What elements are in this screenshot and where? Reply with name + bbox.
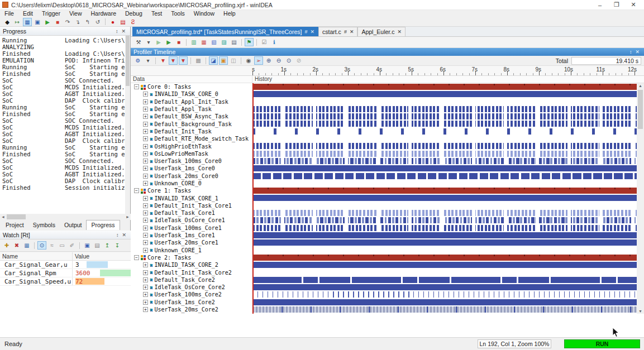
panel-tab-progress[interactable]: Progress (86, 220, 120, 230)
task-row[interactable]: +✖OsLowPrioMemTask (131, 150, 637, 157)
task-row[interactable]: +✖Unknown_CORE_0 (131, 180, 637, 187)
task-row[interactable]: +✖INVALID_TASK_CORE_0 (131, 90, 637, 98)
progress-log-row[interactable]: SoCMCDS Initialized. (2, 84, 126, 90)
expand-box-icon[interactable]: + (143, 248, 148, 253)
progress-log-row[interactable]: EMULATIONPOD: Infineon TriC (2, 57, 126, 64)
zoom-all-icon[interactable]: ⊘ (294, 56, 303, 65)
timeline-icon[interactable]: ▣ (219, 56, 228, 65)
watch-name-column-header[interactable]: Name (0, 252, 73, 260)
profiler-close-icon[interactable]: ✕ (633, 49, 641, 55)
delete-expression-icon[interactable]: ✖ (12, 241, 21, 250)
progress-log-row[interactable]: SoCSOC Connected. (2, 77, 126, 84)
menu-item-view[interactable]: View (65, 10, 87, 17)
step-out-icon[interactable]: ↰ (83, 18, 92, 26)
watch-row[interactable]: Car_Signal_Rpm3600 (0, 269, 131, 277)
pin-icon[interactable]: # (304, 29, 307, 35)
progress-log-row[interactable]: SoCDAP Clock calibra (2, 178, 126, 184)
dropdown-icon[interactable]: ▾ (144, 38, 153, 46)
settings-icon[interactable]: ⚙ (133, 56, 142, 65)
task-row[interactable]: +✖UserTask_1ms_Core0 (131, 165, 637, 172)
progress-log-row[interactable]: FinishedSoC Starting er (2, 111, 126, 117)
menu-item-tools[interactable]: Tools (166, 10, 189, 17)
task-row[interactable]: +✖UserTask_100ms_Core2 (131, 291, 637, 298)
load-symbols-icon[interactable]: ▣ (33, 18, 42, 26)
pin-icon[interactable]: # (344, 29, 347, 35)
progress-vertical-scrollbar[interactable] (125, 36, 130, 214)
run-icon[interactable]: ▶ (43, 18, 52, 26)
download-icon[interactable]: ▦ (23, 18, 32, 26)
run-trace-icon[interactable]: ▶ (164, 38, 173, 46)
task-row[interactable]: +✖UserTask_1ms_Core1 (131, 232, 637, 239)
panel-tab-output[interactable]: Output (60, 220, 87, 230)
view-grid1-icon[interactable]: ▥ (189, 38, 198, 46)
task-row[interactable]: +✖UserTask_20ms_Core1 (131, 239, 637, 246)
load-icon[interactable]: ▤ (93, 241, 102, 250)
watch-row[interactable]: Car_Signal_Gear,u3 (0, 261, 131, 269)
expand-box-icon[interactable]: + (143, 166, 148, 171)
progress-log-row[interactable]: FinishedLoading C:\Users\ (2, 50, 126, 57)
progress-horizontal-scrollbar[interactable]: ◄ ► (0, 214, 131, 220)
progress-log-row[interactable]: SoCMCDS Initialized. (2, 164, 126, 171)
expand-box-icon[interactable]: + (143, 151, 148, 156)
profiler-icon[interactable]: Ƨ (128, 18, 137, 26)
configure-icon[interactable]: ⚒ (134, 38, 143, 46)
expand-box-icon[interactable]: + (143, 277, 148, 282)
expand-box-icon[interactable]: + (143, 136, 148, 141)
grid-view-icon[interactable]: ▦ (22, 241, 31, 250)
expand-box-icon[interactable]: + (143, 307, 148, 312)
task-row[interactable]: +✖IdleTask_OsCore_Core1 (131, 217, 637, 224)
add-expression-icon[interactable]: ✚ (2, 241, 11, 250)
progress-close-icon[interactable]: ✕ (120, 28, 127, 34)
menu-item-help[interactable]: Help (219, 10, 240, 17)
expand-box-icon[interactable]: + (143, 92, 148, 97)
expand-box-icon[interactable]: + (143, 99, 148, 104)
clear-icon[interactable]: ✐ (68, 241, 77, 250)
task-row[interactable]: +✖Default_RTE_Mode_switch_Task (131, 135, 637, 142)
task-row[interactable]: +✖Default_Background_Task (131, 120, 637, 127)
link-doc-icon[interactable]: ▩ (194, 56, 203, 65)
scroll-down-icon[interactable]: ▼ (637, 309, 644, 313)
check-doc-icon[interactable]: ☑ (260, 38, 269, 46)
task-row[interactable]: +✖UserTask_20ms_Core2 (131, 306, 637, 313)
import-icon[interactable]: ↧ (113, 241, 122, 250)
progress-log-row[interactable]: ANALYZING (2, 44, 126, 50)
watch-close-icon[interactable]: ✕ (120, 232, 128, 238)
expand-box-icon[interactable]: + (143, 262, 148, 267)
minimize-button[interactable]: – (591, 1, 608, 9)
progress-log-row[interactable]: FinishedSoC Starting er (2, 151, 126, 157)
expand-box-icon[interactable]: + (143, 107, 148, 112)
progress-log-row[interactable]: RunningSoC Starting er (2, 104, 126, 111)
expand-box-icon[interactable]: + (143, 129, 148, 134)
expand-box-icon[interactable]: + (143, 144, 148, 149)
watch-collapse-icon[interactable]: ↕ (115, 232, 121, 238)
stop-trace-icon[interactable]: ■ (174, 38, 183, 46)
progress-log-row[interactable]: FinishedSession initializa (2, 184, 126, 191)
expand-box-icon[interactable]: + (143, 210, 148, 215)
task-row[interactable]: +✖OsHighPrioEthTask (131, 142, 637, 150)
watch-value[interactable]: 3600 (75, 270, 90, 277)
close-button[interactable]: ✕ (625, 1, 642, 9)
profiler-vertical-scrollbar[interactable]: ▲ ▼ (637, 83, 644, 314)
export-view-icon[interactable]: ◫ (229, 56, 238, 65)
run-gray-icon[interactable]: ▶ (154, 38, 163, 46)
view-grid4-icon[interactable]: ▨ (220, 38, 228, 46)
progress-log-row[interactable]: SoCSOC Connected. (2, 117, 126, 124)
view-list-icon[interactable]: ▤ (230, 38, 238, 46)
task-row[interactable]: +✖Default_Task_Core2 (131, 276, 637, 284)
zoom-fit-icon[interactable]: ⊙ (284, 56, 293, 65)
step-into-icon[interactable]: ↴ (73, 18, 82, 26)
menu-item-edit[interactable]: Edit (18, 10, 37, 17)
task-row[interactable]: +✖Unknown_CORE_2 (131, 313, 637, 314)
editor-tab-2[interactable]: Appl_Euler.c✕ (357, 27, 406, 36)
expand-box-icon[interactable]: + (143, 114, 148, 119)
scroll-up-icon[interactable]: ▲ (637, 84, 644, 88)
progress-log-row[interactable]: RunningLoading C:\Users\ (2, 37, 126, 44)
task-row[interactable]: +✖Default_BSW_Async_Task (131, 113, 637, 120)
task-row[interactable]: +✖INVALID_TASK_CORE_2 (131, 261, 637, 269)
panel-tab-project[interactable]: Project (1, 220, 28, 230)
view-grid2-icon[interactable]: ▦ (199, 38, 208, 46)
task-row[interactable]: +✖UserTask_20ms_Core0 (131, 172, 637, 180)
timeline-ruler[interactable]: s1s2s3s4s5s6s7s8s9s10s11s12s (131, 66, 644, 76)
expand-box-icon[interactable]: + (143, 292, 148, 297)
core-group-row[interactable]: −Core 1: Tasks (131, 187, 637, 194)
